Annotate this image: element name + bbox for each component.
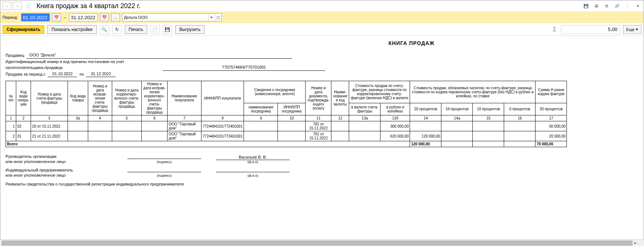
th-vat-group: Сумма Н разни коррек фактуре — [535, 81, 567, 103]
titlebar: ← → ☆ Книга продаж за 4 квартал 2022 г. … — [0, 0, 644, 11]
table-row: 1 02 20 от 15.11.2022 ООО "Торговый дом"… — [6, 121, 567, 131]
form-button[interactable]: Сформировать — [3, 25, 44, 34]
save-icon[interactable]: 💾 — [582, 2, 590, 10]
chevron-down-icon: ▾ — [636, 27, 638, 32]
horizontal-scrollbar[interactable]: ▸ — [0, 239, 644, 246]
print-button[interactable]: Печать — [125, 25, 147, 34]
th-correct-invoice: Номер и дата корректиро-вочного счета-фа… — [112, 81, 142, 115]
th-18p: 18 процентов — [441, 103, 473, 115]
th-goodcode: Код вида товара — [68, 81, 88, 115]
preview-icon[interactable]: ⧉ — [603, 2, 610, 10]
export-button[interactable]: Выгрузить — [175, 25, 205, 34]
print-preview-icon[interactable]: 📄 — [150, 25, 160, 34]
th-correction: Номер и дата исправ-ления счета-фактуры … — [88, 81, 112, 115]
period-from-text: 01.10.2022 — [48, 71, 77, 77]
find-icon[interactable]: 🔍 — [100, 25, 109, 34]
scroll-right-arrow[interactable]: ▸ — [633, 240, 638, 245]
th-correct-fix: Номер и дата исправ-ления корректиро-воч… — [142, 81, 168, 115]
inn-value: 7707574669/770701001 — [163, 64, 325, 71]
inn-label: Идентификационный номер и код причины по… — [6, 59, 161, 71]
popout-icon[interactable]: ◫ — [215, 14, 221, 21]
organization-field[interactable]: ▾ ◫ — [122, 13, 222, 21]
th-buyer-inn: ИНН/КПП покупателя — [202, 81, 244, 115]
th-taxable-group: Стоимость продаж, облагаемых налогом, по… — [410, 81, 535, 103]
th-val-rub: в рублях и копейках — [380, 103, 410, 115]
favorite-star-icon[interactable]: ☆ — [23, 2, 34, 10]
sigma-icon: Σ — [551, 26, 558, 33]
period-label: Период: — [3, 15, 19, 20]
close-icon[interactable]: ✕ — [634, 2, 641, 10]
refresh-icon[interactable]: ↻ — [112, 25, 122, 34]
scrollbar-thumb[interactable] — [1, 240, 633, 246]
nav-back-button[interactable]: ← — [3, 2, 11, 10]
th-num: № п/п — [6, 81, 16, 115]
th-intermediary-inn: ИНН/КПП посредника — [278, 103, 306, 115]
th-20p: 20 процентов — [410, 103, 441, 115]
head-label: Руководитель организации или иное уполно… — [6, 154, 124, 164]
req-label: Реквизиты свидетельства о государственно… — [6, 181, 638, 187]
report-title: КНИГА ПРОДАЖ — [375, 40, 448, 46]
print-icon[interactable]: 🖶 — [593, 2, 600, 10]
more-button[interactable]: Еще▾ — [623, 25, 641, 34]
th-currency: Наиме-нование и код валюты — [331, 81, 349, 115]
kebab-icon[interactable]: ⋮ — [624, 2, 631, 10]
link-icon[interactable]: 🔗 — [613, 2, 621, 10]
th-invoice: Номер и дата счета-фактуры продавца — [31, 81, 68, 115]
period-bar: Период: 📅 – 📅 … ▾ ◫ — [0, 11, 644, 23]
signatures-block: Руководитель организации или иное уполно… — [6, 154, 638, 187]
dropdown-icon[interactable]: ▾ — [208, 14, 215, 21]
toolbar: Сформировать Показать настройки 🔍 ↻ Печа… — [0, 23, 644, 36]
th-paydoc: Номер и дата документа, подтвержда-ющего… — [306, 81, 331, 115]
th-val-currency: в валюте счета-фактуры — [349, 103, 380, 115]
calendar-from-button[interactable]: 📅 — [52, 13, 61, 21]
th-cost-group: Стоимость продаж по счету-фактуре, разни… — [349, 81, 410, 103]
period-select-button[interactable]: … — [111, 13, 120, 21]
nav-forward-button[interactable]: → — [13, 2, 22, 10]
th-opcode: Код вида опера-ции — [16, 81, 31, 115]
window-title: Книга продаж за 4 квартал 2022 г. — [35, 2, 141, 10]
total-row: Всего 120 000,00 70 000,00 — [6, 141, 567, 147]
sales-book-table: № п/п Код вида опера-ции Номер и дата сч… — [6, 81, 567, 147]
th-10p: 10 процентов — [473, 103, 504, 115]
th-buyer: Наименование покупателя — [168, 81, 202, 115]
period-mid-label: по — [79, 71, 84, 77]
table-row: 2 01 21 от 21.11.2022 ООО "Торговый дом"… — [6, 131, 567, 141]
th-intermediary-name: наименование посредника — [244, 103, 278, 115]
th-intermediary-group: Сведения о посреднике (комиссионере, аге… — [244, 81, 306, 103]
director-name: Васильев В. В. — [216, 155, 290, 160]
sum-input[interactable] — [561, 25, 620, 34]
report-area: КНИГА ПРОДАЖ Продавец ООО "Дельта" Идент… — [0, 36, 644, 239]
th-0p: 0 процентов — [504, 103, 535, 115]
diskette-icon[interactable]: 💾 — [163, 25, 172, 34]
period-to-text: 31.12.2022 — [86, 71, 116, 77]
period-to-input[interactable] — [69, 13, 98, 21]
period-left-label: Продажа за период с — [6, 71, 45, 77]
seller-label: Продавец — [6, 52, 24, 59]
th-vat20: 20 процентов — [535, 103, 567, 115]
seller-name: ООО "Дельта" — [27, 52, 292, 59]
preamble: Продавец ООО "Дельта" Идентификационный … — [6, 52, 638, 77]
ip-label: Индивидуальный предприниматель или иное … — [6, 167, 124, 178]
period-from-input[interactable] — [21, 13, 50, 21]
organization-input[interactable] — [123, 15, 208, 20]
show-settings-button[interactable]: Показать настройки — [47, 25, 96, 34]
calendar-to-button[interactable]: 📅 — [100, 13, 109, 21]
